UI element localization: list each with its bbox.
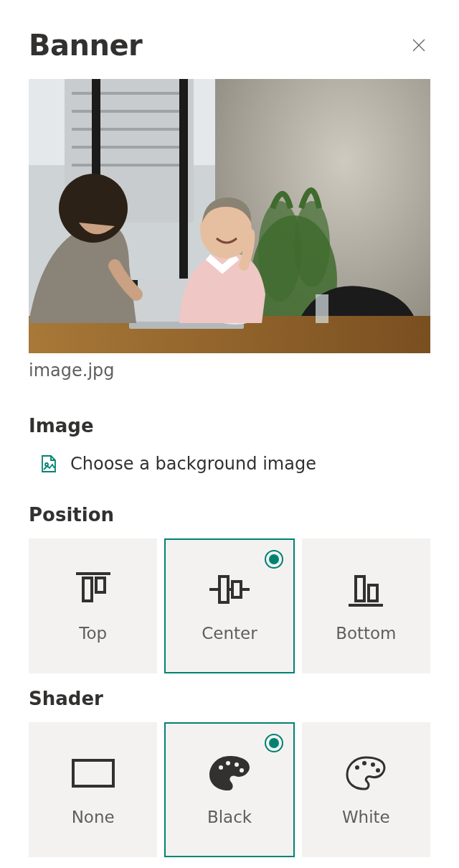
choose-image-button[interactable]: Choose a background image [29, 449, 430, 478]
svg-rect-30 [369, 585, 377, 601]
svg-point-35 [235, 762, 239, 767]
panel-title: Banner [29, 29, 142, 62]
svg-point-36 [240, 768, 244, 773]
selected-indicator-icon [265, 550, 283, 569]
section-heading-shader: Shader [29, 688, 430, 709]
rectangle-outline-icon [69, 753, 118, 793]
shader-option-black[interactable]: Black [164, 722, 294, 857]
svg-point-40 [376, 768, 380, 773]
svg-rect-29 [356, 577, 364, 601]
position-option-top[interactable]: Top [29, 538, 157, 673]
svg-rect-24 [83, 578, 92, 601]
align-bottom-icon [344, 569, 387, 610]
selected-indicator-icon [265, 734, 283, 752]
option-label: Black [207, 808, 252, 826]
position-option-center[interactable]: Center [164, 538, 294, 673]
option-label: Center [202, 624, 257, 643]
shader-option-white[interactable]: White [302, 722, 430, 857]
shader-option-none[interactable]: None [29, 722, 157, 857]
svg-point-13 [294, 201, 330, 287]
option-label: Top [79, 624, 107, 643]
align-top-icon [72, 569, 115, 610]
svg-rect-28 [232, 582, 241, 597]
palette-outline-icon [343, 753, 389, 793]
position-option-bottom[interactable]: Bottom [302, 538, 430, 673]
image-file-icon [39, 454, 59, 474]
panel-header: Banner [29, 29, 430, 62]
close-icon [410, 37, 427, 54]
svg-point-39 [371, 762, 375, 767]
position-options: Top Center Bottom [29, 538, 430, 673]
svg-point-38 [362, 761, 366, 765]
close-button[interactable] [407, 34, 430, 57]
svg-rect-32 [73, 760, 113, 786]
section-heading-position: Position [29, 504, 430, 526]
palette-filled-icon [207, 753, 252, 793]
svg-point-37 [355, 765, 359, 770]
svg-rect-18 [316, 294, 328, 323]
svg-point-34 [226, 761, 230, 765]
section-heading-image: Image [29, 415, 430, 437]
choose-image-label: Choose a background image [70, 454, 316, 474]
svg-rect-27 [219, 577, 228, 602]
option-label: None [72, 808, 115, 826]
svg-rect-25 [96, 578, 105, 592]
svg-point-33 [219, 765, 223, 770]
shader-options: None Black [29, 722, 430, 857]
banner-panel: Banner [0, 0, 459, 868]
option-label: Bottom [336, 624, 396, 643]
option-label: White [342, 808, 390, 826]
align-center-icon [207, 569, 252, 610]
preview-filename: image.jpg [29, 360, 430, 381]
banner-preview-image [29, 79, 430, 353]
